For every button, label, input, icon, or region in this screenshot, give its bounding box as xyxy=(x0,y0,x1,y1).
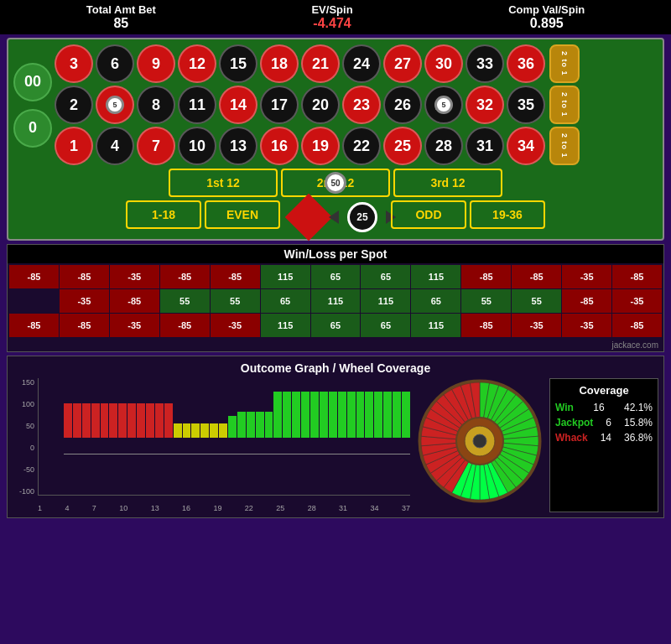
num-27[interactable]: 27 xyxy=(383,44,422,83)
outside-bets-row: 1-18 EVEN 25 ODD 19-36 xyxy=(13,200,658,234)
num-1[interactable]: 1 xyxy=(55,127,93,165)
wl-cell: 65 xyxy=(311,265,361,288)
num-12[interactable]: 12 xyxy=(178,44,216,83)
num-20[interactable]: 20 xyxy=(301,86,340,124)
bar xyxy=(273,392,282,438)
two-to-one-mid[interactable]: 2 to 1 xyxy=(549,86,580,124)
two-to-one-section: 2 to 1 2 to 1 2 to 1 xyxy=(549,44,580,165)
bar xyxy=(256,412,264,438)
coverage-win-row: Win 16 42.1% xyxy=(555,402,653,413)
num-21[interactable]: 21 xyxy=(301,44,340,83)
num-5[interactable]: 5 5 xyxy=(96,86,134,124)
two-to-one-top[interactable]: 2 to 1 xyxy=(549,44,580,83)
roulette-table: 00 0 3 6 9 12 15 18 21 24 27 30 33 36 xyxy=(7,38,664,241)
num-32[interactable]: 32 xyxy=(466,86,504,124)
wl-cell: 115 xyxy=(311,289,361,313)
comp-val-spin-value: 0.895 xyxy=(530,16,564,31)
bar xyxy=(137,403,145,438)
num-30[interactable]: 30 xyxy=(424,44,463,83)
chart-area xyxy=(38,378,410,496)
chip-25: 25 xyxy=(347,202,377,232)
num-29[interactable]: 29 5 xyxy=(424,86,463,124)
double-zero[interactable]: 00 xyxy=(13,63,52,101)
num-13[interactable]: 13 xyxy=(219,127,257,165)
chip-middle-container: 25 xyxy=(337,200,388,234)
bar xyxy=(356,392,365,438)
bar xyxy=(383,392,392,438)
ev-spin-value: -4.474 xyxy=(313,16,351,31)
num-6[interactable]: 6 xyxy=(96,44,134,83)
num-14[interactable]: 14 xyxy=(219,86,257,124)
bet-odd[interactable]: ODD xyxy=(391,200,466,229)
num-36[interactable]: 36 xyxy=(507,44,545,83)
coverage-jackpot-count: 6 xyxy=(606,417,611,428)
wl-cell: -35 xyxy=(211,314,260,337)
wl-cell: -85 xyxy=(562,289,611,313)
num-4[interactable]: 4 xyxy=(96,127,134,165)
num-15[interactable]: 15 xyxy=(219,44,257,83)
num-3[interactable]: 3 xyxy=(55,44,93,83)
comp-val-spin-label: Comp Val/Spin xyxy=(508,3,585,16)
bet-1st12[interactable]: 1st 12 xyxy=(169,169,278,197)
bar xyxy=(265,412,273,438)
zero[interactable]: 0 xyxy=(13,109,52,148)
wheel-svg xyxy=(417,378,543,504)
num-7[interactable]: 7 xyxy=(137,127,175,165)
bet-1-18[interactable]: 1-18 xyxy=(126,200,201,229)
red-diamond[interactable] xyxy=(285,194,333,242)
num-31[interactable]: 31 xyxy=(466,127,504,165)
wl-cell: -85 xyxy=(9,314,59,337)
num-18[interactable]: 18 xyxy=(260,44,299,83)
bar-chart: 150 100 50 0 -50 -100 1 4 7 10 13 16 19 … xyxy=(13,378,410,512)
chip-5: 5 xyxy=(106,96,124,114)
bet-3rd12[interactable]: 3rd 12 xyxy=(393,169,502,197)
num-33[interactable]: 33 xyxy=(466,44,504,83)
wl-cell: 65 xyxy=(361,314,410,337)
bar xyxy=(329,392,337,438)
num-9[interactable]: 9 xyxy=(137,44,175,83)
bar xyxy=(118,403,127,438)
svg-point-3 xyxy=(473,434,486,448)
wl-cell: -85 xyxy=(612,314,662,337)
wl-cell: 115 xyxy=(411,314,460,337)
num-11[interactable]: 11 xyxy=(178,86,216,124)
bet-19-36[interactable]: 19-36 xyxy=(470,200,545,229)
number-row-3: 1 4 7 10 13 16 19 22 25 28 31 34 xyxy=(55,127,545,165)
num-22[interactable]: 22 xyxy=(342,127,381,165)
chip-5b: 5 xyxy=(434,96,453,114)
bet-2nd12[interactable]: 2nd 12 50 xyxy=(281,169,390,197)
num-19[interactable]: 19 xyxy=(301,127,340,165)
num-17[interactable]: 17 xyxy=(260,86,299,124)
zero-section: 00 0 xyxy=(13,63,52,148)
bar xyxy=(283,392,291,438)
num-8[interactable]: 8 xyxy=(137,86,175,124)
bet-even[interactable]: EVEN xyxy=(205,200,280,229)
two-to-one-bot[interactable]: 2 to 1 xyxy=(549,127,580,165)
num-24[interactable]: 24 xyxy=(342,44,381,83)
outcome-header: Outcome Graph / Wheel Coverage xyxy=(13,361,658,375)
num-25[interactable]: 25 xyxy=(383,127,422,165)
num-28[interactable]: 28 xyxy=(424,127,463,165)
number-row-1: 3 6 9 12 15 18 21 24 27 30 33 36 xyxy=(55,44,545,83)
wl-cell xyxy=(9,289,59,313)
num-2[interactable]: 2 xyxy=(55,86,93,124)
wl-cell: -85 xyxy=(211,265,260,288)
ev-spin-section: EV/Spin -4.474 xyxy=(311,3,352,31)
num-16[interactable]: 16 xyxy=(260,127,299,165)
bar xyxy=(320,392,328,438)
bar xyxy=(109,403,117,438)
ev-spin-label: EV/Spin xyxy=(311,3,352,16)
coverage-title: Coverage xyxy=(555,384,653,397)
wl-cell: -35 xyxy=(60,289,109,313)
wl-cell: -35 xyxy=(110,314,159,337)
num-26[interactable]: 26 xyxy=(383,86,422,124)
num-35[interactable]: 35 xyxy=(507,86,545,124)
wl-cell: 55 xyxy=(211,289,260,313)
num-23[interactable]: 23 xyxy=(342,86,381,124)
number-row-2: 2 5 5 8 11 14 17 20 23 26 29 5 32 35 xyxy=(55,86,545,124)
coverage-win-pct: 42.1% xyxy=(624,402,653,413)
wl-cell: 115 xyxy=(411,265,460,288)
total-amt-bet-section: Total Amt Bet 85 xyxy=(86,3,156,31)
num-10[interactable]: 10 xyxy=(178,127,216,165)
num-34[interactable]: 34 xyxy=(507,127,545,165)
